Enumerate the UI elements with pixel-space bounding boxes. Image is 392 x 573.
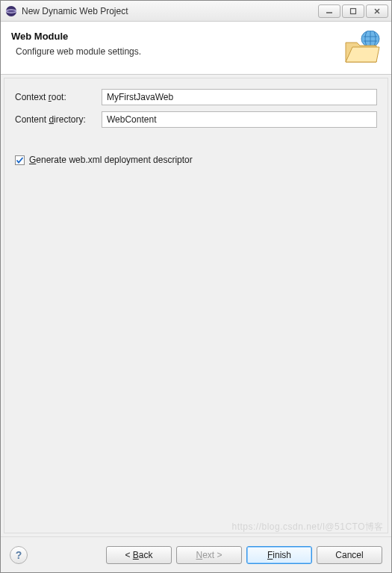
banner-title: Web Module	[11, 31, 343, 42]
next-button: Next >	[176, 546, 242, 564]
context-root-input[interactable]	[102, 89, 377, 105]
button-bar: ? < Back Next > Finish Cancel	[1, 536, 391, 572]
back-button[interactable]: < Back	[106, 546, 172, 564]
content-directory-input[interactable]	[102, 111, 377, 128]
eclipse-icon	[5, 5, 17, 17]
banner: Web Module Configure web module settings…	[1, 22, 391, 75]
context-root-label: Context root:	[15, 92, 97, 102]
cancel-button[interactable]: Cancel	[317, 546, 382, 564]
generate-webxml-checkbox[interactable]	[15, 155, 25, 165]
svg-rect-4	[351, 8, 356, 13]
content-directory-label: Content directory:	[15, 114, 97, 125]
help-button[interactable]: ?	[10, 546, 28, 564]
content-area: Context root: Content directory: Generat…	[4, 78, 388, 533]
svg-point-0	[6, 6, 16, 16]
minimize-button[interactable]	[318, 4, 340, 18]
generate-webxml-label[interactable]: Generate web.xml deployment descriptor	[29, 155, 193, 165]
window-title: New Dynamic Web Project	[22, 6, 318, 16]
banner-subtitle: Configure web module settings.	[11, 46, 343, 57]
finish-button[interactable]: Finish	[246, 546, 312, 564]
titlebar: New Dynamic Web Project	[1, 1, 391, 22]
maximize-button[interactable]	[342, 4, 364, 18]
close-button[interactable]	[366, 4, 388, 18]
web-folder-icon	[343, 31, 381, 64]
